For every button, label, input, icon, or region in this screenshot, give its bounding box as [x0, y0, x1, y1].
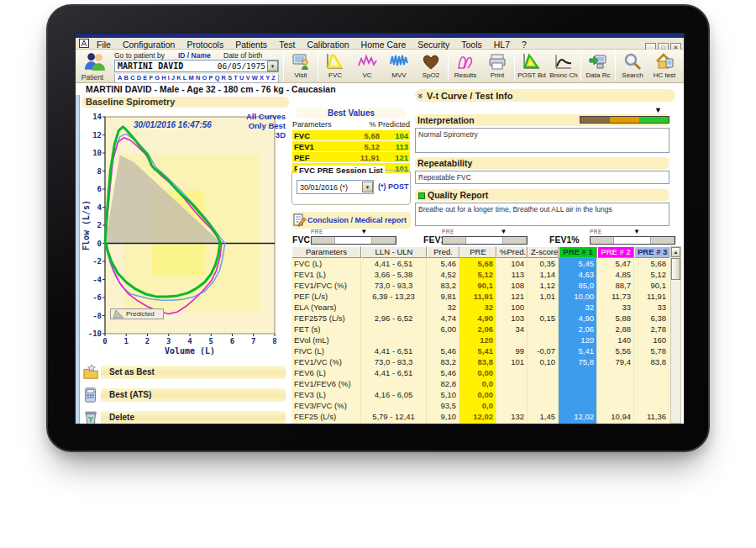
session-dropdown-button[interactable]: ▼	[362, 182, 373, 192]
table-row-fet-s[interactable]: FET (s)6,002,06342,062,882,78	[291, 324, 669, 335]
session-select[interactable]: 30/01/2016 (*) ▼	[297, 180, 374, 194]
patient-dropdown-button[interactable]: ▼	[267, 61, 278, 71]
alpha-l[interactable]: L	[183, 74, 187, 82]
alpha-a[interactable]: A	[118, 74, 122, 82]
menu-hl7[interactable]: HL7	[488, 40, 516, 50]
table-row-pef-l-s[interactable]: PEF (L/s)6,39 - 13,239,8111,911211,0110,…	[291, 291, 669, 302]
table-row-fev3-fvc[interactable]: FEV3/FVC (%)93,50,0	[291, 400, 669, 411]
scroll-up-button[interactable]: ▲	[671, 247, 680, 257]
menu-configuration[interactable]: Configuration	[117, 40, 181, 50]
table-row-fev1-l[interactable]: FEV1 (L)3,66 - 5,384,525,121131,144,634,…	[291, 269, 669, 280]
id-name-label[interactable]: ID / Name	[178, 51, 211, 60]
scrollbar-thumb[interactable]	[671, 258, 680, 280]
col-header-pre-1[interactable]: PRE # 1	[559, 246, 597, 258]
alpha-j[interactable]: J	[171, 74, 175, 82]
table-row-fev3-l[interactable]: FEV3 (L)4,16 - 6,055,100,00	[291, 389, 669, 400]
vt-curve-header[interactable]: » V-t Curve / Test Info	[415, 89, 675, 102]
print-button[interactable]: Print	[481, 50, 513, 82]
alpha-p[interactable]: P	[208, 74, 213, 82]
menu-file[interactable]: File	[91, 40, 117, 50]
interpretation-textbox[interactable]: Normal Spirometry	[415, 128, 669, 153]
table-row-fvc-l[interactable]: FVC (L)4,41 - 6,515,465,681040,355,455,4…	[291, 258, 669, 269]
conclusion-report-button[interactable]: Conclusion / Medical report	[291, 212, 411, 229]
alpha-f[interactable]: F	[149, 74, 153, 82]
alpha-x[interactable]: X	[260, 74, 264, 82]
menu-protocols[interactable]: Protocols	[181, 40, 229, 50]
mvv-button[interactable]: MVV	[383, 50, 415, 82]
patient-dob-value[interactable]: 06/05/1975	[218, 61, 267, 71]
col-header-pre-2[interactable]: PRE # 2	[597, 246, 634, 258]
alpha-s[interactable]: S	[228, 74, 232, 82]
col-header-z-score[interactable]: Z-score	[528, 246, 559, 258]
quality-textbox[interactable]: Breathe out for a longer time, Breathe o…	[415, 203, 669, 226]
table-row-fev1-vc[interactable]: FEV1/VC (%)73,0 - 93,383,283,81010,1075,…	[291, 356, 669, 367]
alpha-q[interactable]: Q	[215, 74, 220, 82]
best-ats-button[interactable]: Best (ATS)	[82, 387, 286, 403]
alpha-v[interactable]: V	[246, 74, 250, 82]
set-as-best-button[interactable]: Set as Best	[82, 364, 286, 381]
spo2-button[interactable]: SpO2	[415, 50, 447, 82]
alpha-e[interactable]: E	[143, 74, 147, 82]
search-button[interactable]: Search	[617, 50, 648, 82]
col-header-lln-uln[interactable]: LLN - ULN	[361, 246, 427, 258]
col-header-pre-3[interactable]: PRE # 3	[634, 246, 669, 258]
link-all-curves[interactable]: All Curves	[246, 112, 286, 121]
menu-tools[interactable]: Tools	[455, 40, 488, 50]
visit-button[interactable]: Visit	[285, 50, 317, 82]
fvc-button[interactable]: FVC	[319, 50, 351, 82]
alpha-c[interactable]: C	[130, 74, 134, 82]
table-scrollbar[interactable]: ▲	[670, 246, 681, 424]
menu-test[interactable]: Test	[273, 40, 301, 50]
col-header-pred[interactable]: Pred.	[427, 246, 459, 258]
panel-splitter[interactable]	[76, 95, 80, 424]
alpha-n[interactable]: N	[196, 74, 200, 82]
repeatability-textbox[interactable]: Repeatable FVC	[415, 171, 669, 184]
parameters-table[interactable]: ParametersLLN - ULNPred.PRE%Pred.Z-score…	[291, 246, 669, 424]
table-row-partial[interactable]	[291, 422, 669, 424]
hc-test-button[interactable]: HC test	[648, 50, 680, 82]
col-header-pre[interactable]: PRE	[459, 246, 496, 258]
table-row-fev1-fev6[interactable]: FEV1/FEV6 (%)82,80,0	[291, 378, 669, 389]
menu-home-care[interactable]: Home Care	[355, 40, 412, 50]
alpha-h[interactable]: H	[161, 74, 165, 82]
alpha-b[interactable]: B	[124, 74, 129, 82]
table-row-ela-years[interactable]: ELA (Years)3232100323333	[291, 302, 669, 313]
data-rc-button[interactable]: Data Rc	[582, 50, 614, 82]
table-row-fev6-l[interactable]: FEV6 (L)4,41 - 6,515,460,00	[291, 367, 669, 378]
chevron-expand-icon[interactable]: »	[416, 90, 426, 102]
delete-button[interactable]: Delete	[82, 409, 286, 424]
table-row-fef2575-l-s[interactable]: FEF2575 (L/s)2,96 - 6,524,744,901030,154…	[291, 313, 669, 324]
col-header-parameters[interactable]: Parameters	[291, 246, 361, 258]
menu-security[interactable]: Security	[412, 40, 455, 50]
vc-button[interactable]: VC	[351, 50, 383, 82]
alpha-z[interactable]: Z	[271, 74, 276, 82]
table-row-fivc-l[interactable]: FIVC (L)4,41 - 6,515,465,4199-0,075,415,…	[291, 345, 669, 356]
table-row-fev1-fvc[interactable]: FEV1/FVC (%)73,0 - 93,383,290,11081,1285…	[291, 280, 669, 291]
alpha-k[interactable]: K	[176, 74, 181, 82]
patient-search-input[interactable]: MARTINI DAVID 06/05/1975 ▼	[114, 60, 279, 72]
alpha-r[interactable]: R	[222, 74, 226, 82]
alpha-d[interactable]: D	[137, 74, 141, 82]
link-only-best[interactable]: Only Best	[246, 121, 286, 130]
alpha-y[interactable]: Y	[265, 74, 270, 82]
results-button[interactable]: Results	[449, 50, 481, 82]
alpha-g[interactable]: G	[155, 74, 160, 82]
patient-icon[interactable]	[81, 51, 108, 71]
patient-button-label[interactable]: Patient	[76, 73, 109, 82]
alpha-w[interactable]: W	[252, 74, 258, 82]
col-header-pred[interactable]: %Pred.	[496, 246, 528, 258]
menu-calibration[interactable]: Calibration	[301, 40, 354, 50]
link-3d[interactable]: 3D	[246, 130, 286, 140]
table-row-fef25-l-s[interactable]: FEF25 (L/s)5,79 - 12,419,1012,021321,451…	[291, 411, 669, 422]
bronc-ch-button[interactable]: Bronc Ch	[548, 50, 580, 82]
alpha-i[interactable]: I	[168, 74, 170, 82]
menu-patients[interactable]: Patients	[229, 40, 273, 50]
patient-name-value[interactable]: MARTINI DAVID	[115, 61, 218, 71]
alpha-o[interactable]: O	[202, 74, 207, 82]
menu-item[interactable]: ?	[516, 40, 533, 50]
table-row-evol-ml[interactable]: EVol (mL)120120140160	[291, 335, 669, 345]
alpha-m[interactable]: M	[189, 74, 194, 82]
alpha-u[interactable]: U	[239, 74, 244, 82]
alpha-t[interactable]: T	[234, 74, 238, 82]
post-bd-button[interactable]: POST Bd	[516, 50, 548, 82]
